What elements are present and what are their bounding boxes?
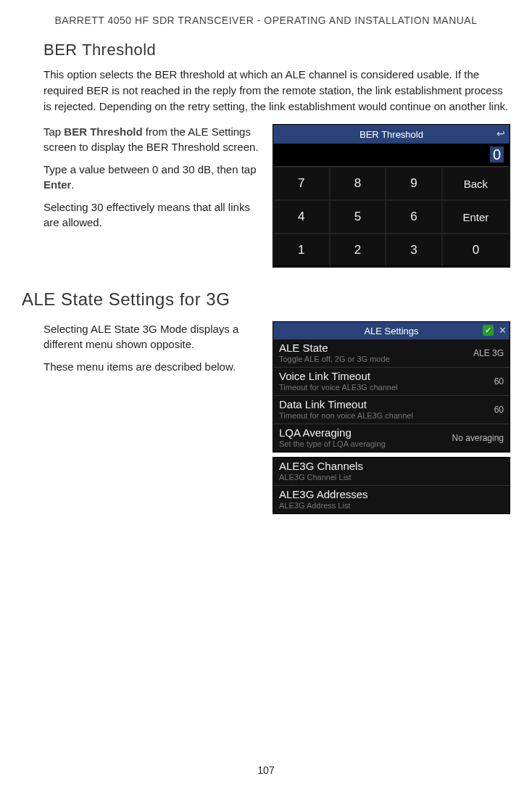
text-fragment: Type a value between 0 and 30 dB, then t… bbox=[43, 163, 257, 175]
ale-row-sub: ALE3G Channel List bbox=[279, 473, 504, 482]
ber-instruction-1: Tap BER Threshold from the ALE Settings … bbox=[43, 124, 265, 154]
ale-desc-1: Selecting ALE State 3G Mode displays a d… bbox=[43, 321, 265, 352]
keypad-screen: BER Threshold ↩ 0 7 8 9 Back 4 5 6 Enter… bbox=[273, 124, 510, 268]
ok-check-icon[interactable]: ✓ bbox=[483, 325, 494, 336]
ale-settings-row[interactable]: Voice Link TimeoutTimeout for voice ALE3… bbox=[273, 368, 510, 396]
keypad-title-bar: BER Threshold ↩ bbox=[273, 125, 510, 144]
back-arrow-icon[interactable]: ↩ bbox=[496, 128, 505, 139]
keypad-4[interactable]: 4 bbox=[273, 200, 330, 234]
ale-row-label: Voice Link Timeout bbox=[279, 370, 504, 382]
ale-row-sub: Timeout for voice ALE3G channel bbox=[279, 383, 504, 392]
text-fragment: . bbox=[71, 178, 74, 191]
ale-settings-title: ALE Settings bbox=[364, 326, 418, 336]
ber-instruction-3: Selecting 30 effectively means that all … bbox=[43, 199, 265, 230]
keypad-back[interactable]: Back bbox=[442, 167, 510, 200]
keypad-enter[interactable]: Enter bbox=[442, 200, 510, 234]
ale-settings-screen-1: ALE Settings ✓ ✕ ALE StateToggle ALE off… bbox=[273, 321, 510, 453]
ale-row-sub: Toggle ALE off, 2G or 3G mode bbox=[279, 355, 504, 363]
keypad-grid: 7 8 9 Back 4 5 6 Enter 1 2 3 0 bbox=[273, 167, 510, 267]
keypad-7[interactable]: 7 bbox=[273, 167, 330, 200]
section-ale-title: ALE State Settings for 3G bbox=[22, 289, 510, 310]
ber-instruction-2: Type a value between 0 and 30 dB, then t… bbox=[43, 162, 265, 192]
section-ber-intro: This option selects the BER threshold at… bbox=[43, 67, 510, 114]
ale-settings-row[interactable]: ALE3G ChannelsALE3G Channel List bbox=[273, 458, 510, 486]
doc-header: BARRETT 4050 HF SDR TRANSCEIVER - OPERAT… bbox=[22, 15, 510, 26]
keypad-3[interactable]: 3 bbox=[386, 234, 442, 267]
ale-row-label: ALE3G Addresses bbox=[279, 488, 504, 500]
keypad-0[interactable]: 0 bbox=[442, 234, 510, 267]
keypad-title-text: BER Threshold bbox=[359, 129, 423, 140]
keypad-1[interactable]: 1 bbox=[273, 234, 330, 267]
ui-label-ber-threshold: BER Threshold bbox=[64, 125, 142, 138]
ale-settings-row[interactable]: Data Link TimeoutTimeout for non voice A… bbox=[273, 396, 510, 424]
ale-row-sub: ALE3G Address List bbox=[279, 501, 504, 510]
ui-label-enter: Enter bbox=[43, 178, 71, 191]
keypad-9[interactable]: 9 bbox=[386, 167, 442, 200]
ale-row-value: No averaging bbox=[452, 433, 504, 443]
ale-row-value: ALE 3G bbox=[473, 348, 504, 358]
ale-settings-screen-2: ALE3G ChannelsALE3G Channel ListALE3G Ad… bbox=[273, 457, 510, 514]
ale-settings-row[interactable]: LQA AveragingSet the type of LQA averagi… bbox=[273, 424, 510, 452]
section-ber-title: BER Threshold bbox=[43, 41, 510, 59]
ale-settings-row[interactable]: ALE3G AddressesALE3G Address List bbox=[273, 486, 510, 513]
ale-settings-titlebar: ALE Settings ✓ ✕ bbox=[273, 322, 510, 339]
keypad-8[interactable]: 8 bbox=[330, 167, 386, 200]
text-fragment: Tap bbox=[43, 125, 64, 138]
ale-row-value: 60 bbox=[494, 405, 504, 415]
keypad-display-value: 0 bbox=[490, 146, 504, 162]
ale-row-label: ALE3G Channels bbox=[279, 460, 504, 472]
ale-row-label: Data Link Timeout bbox=[279, 398, 504, 410]
close-x-icon[interactable]: ✕ bbox=[499, 325, 507, 336]
ale-desc-2: These menu items are described below. bbox=[43, 359, 265, 374]
keypad-2[interactable]: 2 bbox=[330, 234, 386, 267]
ale-row-sub: Timeout for non voice ALE3G channel bbox=[279, 411, 504, 420]
ale-settings-row[interactable]: ALE StateToggle ALE off, 2G or 3G modeAL… bbox=[273, 339, 510, 368]
ale-row-label: ALE State bbox=[279, 342, 504, 354]
page-number: 107 bbox=[257, 764, 274, 776]
keypad-5[interactable]: 5 bbox=[330, 200, 386, 234]
ale-row-value: 60 bbox=[494, 376, 504, 387]
keypad-6[interactable]: 6 bbox=[386, 200, 442, 234]
keypad-display: 0 bbox=[273, 144, 510, 167]
